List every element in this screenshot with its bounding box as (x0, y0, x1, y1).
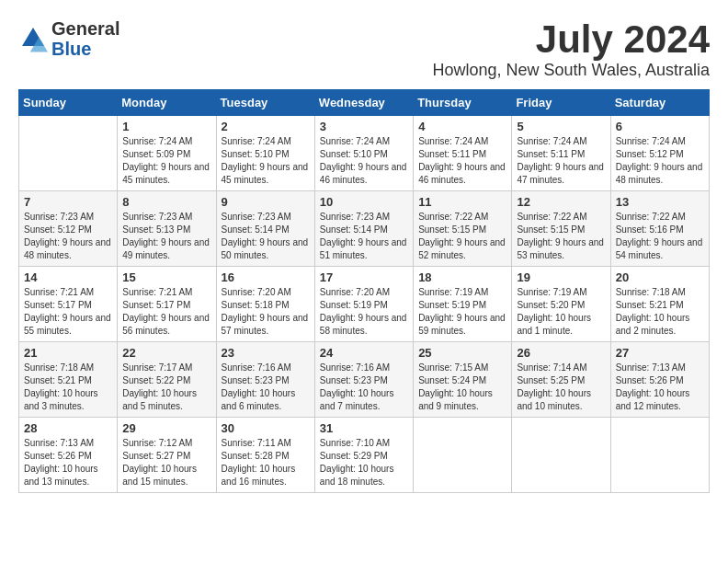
day-info: Sunrise: 7:13 AM Sunset: 5:26 PM Dayligh… (616, 362, 704, 413)
day-info: Sunrise: 7:14 AM Sunset: 5:25 PM Dayligh… (517, 362, 605, 413)
day-info: Sunrise: 7:20 AM Sunset: 5:18 PM Dayligh… (222, 286, 310, 338)
calendar-cell: 2Sunrise: 7:24 AM Sunset: 5:10 PM Daylig… (216, 116, 314, 191)
calendar-cell: 11Sunrise: 7:22 AM Sunset: 5:15 PM Dayli… (414, 191, 512, 267)
day-number: 4 (418, 120, 506, 133)
day-info: Sunrise: 7:15 AM Sunset: 5:24 PM Dayligh… (418, 362, 506, 413)
day-info: Sunrise: 7:22 AM Sunset: 5:15 PM Dayligh… (517, 211, 605, 262)
day-info: Sunrise: 7:24 AM Sunset: 5:10 PM Dayligh… (222, 135, 310, 187)
logo-icon (18, 24, 48, 53)
weekday-header-wednesday: Wednesday (314, 90, 413, 116)
day-info: Sunrise: 7:24 AM Sunset: 5:11 PM Dayligh… (418, 135, 506, 187)
calendar-cell: 18Sunrise: 7:19 AM Sunset: 5:19 PM Dayli… (414, 267, 512, 342)
calendar-cell: 30Sunrise: 7:11 AM Sunset: 5:28 PM Dayli… (216, 418, 314, 493)
weekday-header-tuesday: Tuesday (216, 90, 314, 116)
day-number: 11 (418, 195, 506, 209)
day-info: Sunrise: 7:23 AM Sunset: 5:12 PM Dayligh… (24, 211, 112, 262)
weekday-header-monday: Monday (118, 90, 216, 116)
calendar-cell (512, 418, 610, 493)
weekday-header-thursday: Thursday (414, 90, 512, 116)
calendar-cell: 31Sunrise: 7:10 AM Sunset: 5:29 PM Dayli… (314, 418, 413, 493)
calendar-cell: 4Sunrise: 7:24 AM Sunset: 5:11 PM Daylig… (414, 116, 512, 191)
calendar-cell: 23Sunrise: 7:16 AM Sunset: 5:23 PM Dayli… (216, 342, 314, 418)
day-number: 17 (320, 270, 408, 284)
day-number: 18 (418, 270, 506, 284)
day-number: 1 (122, 120, 210, 133)
day-number: 7 (24, 195, 112, 209)
calendar-cell: 27Sunrise: 7:13 AM Sunset: 5:26 PM Dayli… (610, 342, 709, 418)
page-header: General Blue July 2024 Howlong, New Sout… (18, 18, 710, 80)
calendar-cell: 5Sunrise: 7:24 AM Sunset: 5:11 PM Daylig… (512, 116, 610, 191)
calendar-cell: 21Sunrise: 7:18 AM Sunset: 5:21 PM Dayli… (19, 342, 118, 418)
weekday-header-sunday: Sunday (19, 90, 118, 116)
day-info: Sunrise: 7:21 AM Sunset: 5:17 PM Dayligh… (122, 286, 210, 338)
day-info: Sunrise: 7:19 AM Sunset: 5:19 PM Dayligh… (418, 286, 506, 338)
weekday-header-friday: Friday (512, 90, 610, 116)
calendar-cell: 26Sunrise: 7:14 AM Sunset: 5:25 PM Dayli… (512, 342, 610, 418)
calendar-week-row: 21Sunrise: 7:18 AM Sunset: 5:21 PM Dayli… (19, 342, 710, 418)
calendar-cell: 8Sunrise: 7:23 AM Sunset: 5:13 PM Daylig… (118, 191, 216, 267)
day-number: 12 (517, 195, 605, 209)
logo: General Blue (18, 18, 119, 59)
day-number: 28 (24, 421, 112, 435)
calendar-cell: 28Sunrise: 7:13 AM Sunset: 5:26 PM Dayli… (19, 418, 118, 493)
day-info: Sunrise: 7:24 AM Sunset: 5:12 PM Dayligh… (616, 135, 704, 187)
calendar-cell: 10Sunrise: 7:23 AM Sunset: 5:14 PM Dayli… (314, 191, 413, 267)
calendar-week-row: 28Sunrise: 7:13 AM Sunset: 5:26 PM Dayli… (19, 418, 710, 493)
title-block: July 2024 Howlong, New South Wales, Aust… (433, 18, 710, 80)
calendar-cell: 12Sunrise: 7:22 AM Sunset: 5:15 PM Dayli… (512, 191, 610, 267)
day-number: 21 (24, 346, 112, 360)
day-number: 9 (222, 195, 310, 209)
calendar-title: July 2024 (433, 18, 710, 61)
calendar-cell: 7Sunrise: 7:23 AM Sunset: 5:12 PM Daylig… (19, 191, 118, 267)
day-info: Sunrise: 7:17 AM Sunset: 5:22 PM Dayligh… (122, 362, 210, 413)
day-info: Sunrise: 7:16 AM Sunset: 5:23 PM Dayligh… (320, 362, 408, 413)
day-number: 6 (616, 120, 704, 133)
day-number: 3 (320, 120, 408, 133)
day-number: 14 (24, 270, 112, 284)
day-number: 26 (517, 346, 605, 360)
day-info: Sunrise: 7:13 AM Sunset: 5:26 PM Dayligh… (24, 437, 112, 488)
logo-blue-text: Blue (51, 39, 91, 59)
day-number: 27 (616, 346, 704, 360)
day-number: 2 (222, 120, 310, 133)
calendar-cell: 20Sunrise: 7:18 AM Sunset: 5:21 PM Dayli… (610, 267, 709, 342)
calendar-cell: 13Sunrise: 7:22 AM Sunset: 5:16 PM Dayli… (610, 191, 709, 267)
weekday-header-saturday: Saturday (610, 90, 709, 116)
day-number: 19 (517, 270, 605, 284)
day-info: Sunrise: 7:23 AM Sunset: 5:13 PM Dayligh… (122, 211, 210, 262)
day-info: Sunrise: 7:20 AM Sunset: 5:19 PM Dayligh… (320, 286, 408, 338)
calendar-cell: 9Sunrise: 7:23 AM Sunset: 5:14 PM Daylig… (216, 191, 314, 267)
calendar-table: SundayMondayTuesdayWednesdayThursdayFrid… (18, 89, 710, 493)
day-number: 23 (222, 346, 310, 360)
weekday-header-row: SundayMondayTuesdayWednesdayThursdayFrid… (19, 90, 710, 116)
calendar-cell: 19Sunrise: 7:19 AM Sunset: 5:20 PM Dayli… (512, 267, 610, 342)
calendar-cell: 16Sunrise: 7:20 AM Sunset: 5:18 PM Dayli… (216, 267, 314, 342)
calendar-cell: 6Sunrise: 7:24 AM Sunset: 5:12 PM Daylig… (610, 116, 709, 191)
day-info: Sunrise: 7:23 AM Sunset: 5:14 PM Dayligh… (320, 211, 408, 262)
logo-general-text: General (51, 18, 119, 39)
calendar-cell: 14Sunrise: 7:21 AM Sunset: 5:17 PM Dayli… (19, 267, 118, 342)
day-number: 8 (122, 195, 210, 209)
day-number: 24 (320, 346, 408, 360)
calendar-week-row: 1Sunrise: 7:24 AM Sunset: 5:09 PM Daylig… (19, 116, 710, 191)
day-info: Sunrise: 7:18 AM Sunset: 5:21 PM Dayligh… (24, 362, 112, 413)
day-number: 30 (222, 421, 310, 435)
day-info: Sunrise: 7:10 AM Sunset: 5:29 PM Dayligh… (320, 437, 408, 488)
day-number: 20 (616, 270, 704, 284)
calendar-cell: 25Sunrise: 7:15 AM Sunset: 5:24 PM Dayli… (414, 342, 512, 418)
calendar-body: 1Sunrise: 7:24 AM Sunset: 5:09 PM Daylig… (19, 116, 710, 493)
calendar-cell: 22Sunrise: 7:17 AM Sunset: 5:22 PM Dayli… (118, 342, 216, 418)
calendar-cell: 3Sunrise: 7:24 AM Sunset: 5:10 PM Daylig… (314, 116, 413, 191)
day-number: 10 (320, 195, 408, 209)
calendar-subtitle: Howlong, New South Wales, Australia (433, 61, 710, 80)
day-number: 29 (122, 421, 210, 435)
day-info: Sunrise: 7:19 AM Sunset: 5:20 PM Dayligh… (517, 286, 605, 338)
calendar-cell: 17Sunrise: 7:20 AM Sunset: 5:19 PM Dayli… (314, 267, 413, 342)
day-info: Sunrise: 7:22 AM Sunset: 5:16 PM Dayligh… (616, 211, 704, 262)
calendar-cell (19, 116, 118, 191)
day-info: Sunrise: 7:11 AM Sunset: 5:28 PM Dayligh… (222, 437, 310, 488)
day-number: 25 (418, 346, 506, 360)
calendar-cell: 15Sunrise: 7:21 AM Sunset: 5:17 PM Dayli… (118, 267, 216, 342)
day-info: Sunrise: 7:24 AM Sunset: 5:10 PM Dayligh… (320, 135, 408, 187)
day-info: Sunrise: 7:12 AM Sunset: 5:27 PM Dayligh… (122, 437, 210, 488)
